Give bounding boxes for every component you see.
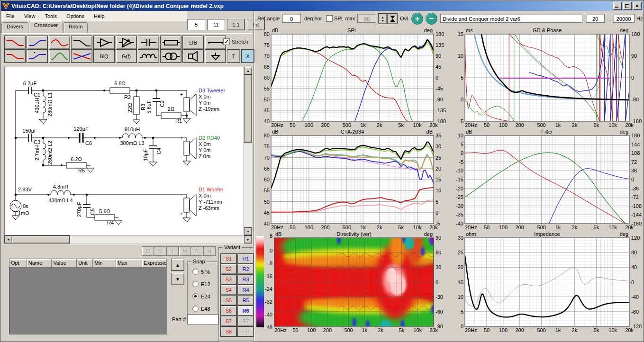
transformer-button[interactable] [160, 49, 181, 63]
variant-s6-button[interactable]: S6 [220, 306, 237, 316]
delete-mode-button[interactable]: X [241, 49, 254, 63]
menu-item-help[interactable]: Help [89, 12, 109, 20]
t-node-button[interactable]: T [227, 49, 240, 63]
part-number-input[interactable] [187, 314, 218, 324]
l3-ref[interactable]: 300mΩ L3 [120, 140, 144, 146]
project-name-input[interactable] [440, 14, 582, 23]
tab-drivers[interactable]: Drivers [1, 22, 28, 33]
d1-name[interactable]: D1 Woofer [199, 187, 224, 192]
column-header-min[interactable]: Min [93, 259, 116, 268]
column-header-expression[interactable]: Expression [142, 259, 167, 268]
variant-r1-button[interactable]: R1 [237, 253, 254, 264]
column-header-unit[interactable]: Unit [77, 259, 93, 268]
buffer-button[interactable] [93, 36, 115, 49]
snap-radio-5[interactable] [192, 269, 199, 275]
variant-r7-button[interactable]: R7 [237, 316, 254, 326]
spl-max-checkbox[interactable] [326, 15, 333, 22]
highshelf-block-button[interactable] [27, 49, 48, 63]
column-header-max[interactable]: Max [116, 259, 143, 268]
variant-s7-button[interactable]: S7 [220, 316, 237, 326]
inductor-button[interactable] [138, 49, 159, 63]
column-header-name[interactable]: Name [27, 259, 52, 268]
source-voltage[interactable]: 2.83V [18, 187, 32, 192]
gain-function-button[interactable]: G(f) [116, 49, 137, 63]
title-bar[interactable]: VituixCAD: C:\Users\a\Desktop\New folder… [1, 1, 643, 11]
amplifier-button[interactable] [116, 36, 137, 49]
tab-room[interactable]: Room [63, 22, 88, 33]
close-button[interactable]: ✕ [633, 2, 642, 10]
variant-s8-button[interactable]: S8 [220, 326, 237, 337]
l2-ref[interactable]: 280mΩ L2 [47, 141, 53, 165]
freq-min-input[interactable] [586, 14, 605, 23]
l2-value[interactable]: 2.7mH [34, 145, 40, 161]
maximize-button[interactable] [623, 2, 632, 10]
variant-r6-button[interactable]: R6 [237, 306, 254, 316]
c4-value[interactable]: 10µF [143, 149, 148, 161]
c2-value[interactable]: 5.6µF [146, 100, 152, 114]
r4-value[interactable]: 5.6Ω [99, 208, 110, 214]
variant-s2-button[interactable]: S2 [220, 264, 237, 274]
variant-s4-button[interactable]: S4 [220, 285, 237, 295]
c5-value[interactable]: 270µF [76, 202, 82, 217]
snap-radio-E24[interactable] [192, 293, 199, 299]
overlay-remove-button[interactable]: − [426, 13, 437, 25]
c6-ref[interactable]: C6 [85, 140, 92, 146]
c3-value[interactable]: 150µF [22, 128, 37, 134]
snap-radio-E48[interactable] [192, 306, 199, 312]
scroll-right-arrow[interactable]: ► [244, 235, 252, 243]
variant-r5-button[interactable]: R5 [237, 295, 254, 306]
resistor-button[interactable] [160, 36, 181, 49]
library-button[interactable]: LIB [182, 36, 204, 49]
highpass-block-button[interactable] [27, 36, 48, 49]
grid-field-1[interactable]: 5 [187, 19, 205, 30]
column-header-opt[interactable]: Opt [9, 259, 27, 268]
move-down-button[interactable]: ▼ [171, 273, 184, 285]
l4-ref[interactable]: 430mΩ L4 [48, 198, 73, 203]
snap-radio-E12[interactable] [192, 281, 199, 287]
d3-name[interactable]: D3 Tweeter [199, 88, 225, 93]
biquad-button[interactable]: BiQ [93, 49, 115, 63]
scroll-down-arrow[interactable]: ▼ [244, 227, 252, 235]
c2-ref[interactable]: C2 [159, 100, 165, 107]
menu-item-options[interactable]: Options [62, 12, 89, 20]
variant-s1-button[interactable]: S1 [220, 253, 237, 264]
optimizer-button-m[interactable]: M [179, 246, 191, 256]
optimizer-button-o[interactable]: O [142, 246, 154, 256]
variant-s3-button[interactable]: S3 [220, 274, 237, 285]
l3-value[interactable]: 910µH [125, 126, 140, 132]
speaker-button[interactable] [182, 49, 204, 63]
r3-ref[interactable]: R3 [140, 104, 146, 110]
l1-value[interactable]: 430µH [34, 98, 40, 113]
d2-name[interactable]: D2 RD40 [199, 135, 220, 141]
spl-max-spinner[interactable]: ▲▼ [378, 13, 387, 24]
optimizer-button-i[interactable]: I [166, 246, 179, 256]
scroll-left-arrow[interactable]: ◄ [4, 235, 12, 243]
c5-ref[interactable]: C5 [90, 208, 95, 215]
freq-max-input[interactable] [613, 14, 635, 23]
tab-crossover[interactable]: Crossover [29, 21, 63, 33]
ref-angle-input[interactable] [282, 14, 301, 23]
vertical-scroll-thumb[interactable] [244, 74, 252, 143]
optimizer-table[interactable]: OptNameValueUnitMinMaxExpression [9, 259, 167, 334]
source-impedance[interactable]: 1mΩ [18, 210, 29, 216]
variant-r4-button[interactable]: R4 [237, 285, 254, 295]
grid-field-2[interactable]: 11 [207, 19, 225, 30]
r1-value[interactable]: 2Ω [168, 106, 174, 112]
lowshelf-block-button[interactable] [4, 49, 26, 63]
source-delay[interactable]: 0s [23, 203, 28, 209]
c1-ref[interactable]: C1 [34, 92, 40, 98]
optimizer-button-s[interactable]: S [154, 246, 166, 256]
horizontal-scroll-thumb[interactable] [12, 235, 70, 243]
l1-ref[interactable]: 280mΩ L1 [47, 92, 53, 117]
schematic-horizontal-scrollbar[interactable]: ◄ ► [4, 235, 252, 243]
c4-ref[interactable]: C4 [156, 148, 162, 154]
optimizer-button-r[interactable]: R [191, 246, 203, 256]
c6-value[interactable]: 120µF [73, 126, 89, 132]
schematic-vertical-scrollbar[interactable]: ▲ ▼ [244, 67, 252, 235]
column-header-value[interactable]: Value [52, 259, 77, 268]
r2-value[interactable]: 6.8Ω [114, 81, 126, 86]
stretch-checkbox[interactable]: ✓ [223, 38, 230, 45]
capacitor-button[interactable] [138, 36, 159, 49]
r3-value[interactable]: 22Ω [127, 103, 133, 113]
one-to-one-button[interactable]: 1:1 [227, 19, 245, 30]
